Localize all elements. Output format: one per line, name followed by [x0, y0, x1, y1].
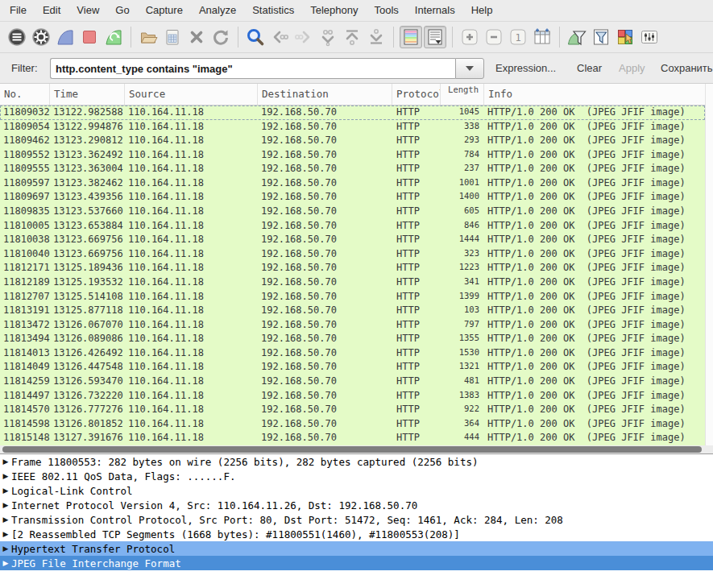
resize-columns-icon[interactable]: [531, 26, 553, 48]
open-file-icon[interactable]: [137, 26, 160, 48]
column-header-source[interactable]: Source: [125, 84, 258, 105]
column-header-protocol[interactable]: Protocol: [392, 84, 441, 105]
packet-row[interactable]: 1181319113125.877118110.164.11.18192.168…: [0, 304, 705, 318]
menu-edit[interactable]: Edit: [35, 0, 68, 21]
packet-row[interactable]: 1181425913126.593470110.164.11.18192.168…: [0, 375, 705, 389]
detail-row-ip[interactable]: ▶Internet Protocol Version 4, Src: 110.1…: [0, 498, 713, 512]
menu-analyze[interactable]: Analyze: [191, 0, 244, 21]
start-capture-icon[interactable]: [54, 26, 77, 48]
apply-button[interactable]: Apply: [619, 62, 645, 74]
packet-row[interactable]: 1181457013126.777276110.164.11.18192.168…: [0, 403, 705, 417]
column-header-info[interactable]: Info: [484, 84, 713, 105]
menu-internals[interactable]: Internals: [407, 0, 463, 21]
menu-capture[interactable]: Capture: [138, 0, 191, 21]
capture-filters-icon[interactable]: [566, 26, 588, 48]
filter-input[interactable]: [50, 58, 455, 79]
go-to-bottom-icon[interactable]: [365, 26, 388, 48]
stop-capture-icon[interactable]: [78, 26, 101, 48]
expander-icon[interactable]: ▶: [0, 545, 11, 553]
packet-row[interactable]: 1181514813127.391676110.164.11.18192.168…: [0, 431, 705, 445]
go-back-icon[interactable]: [268, 26, 291, 48]
display-filters-icon[interactable]: [590, 26, 612, 48]
menu-help[interactable]: Help: [463, 0, 501, 21]
expander-icon[interactable]: ▶: [0, 516, 11, 524]
find-packet-icon[interactable]: [244, 26, 267, 48]
expander-icon[interactable]: ▶: [0, 501, 11, 509]
menu-view[interactable]: View: [68, 0, 107, 21]
horizontal-scrollbar-thumb[interactable]: [2, 446, 702, 453]
go-to-packet-icon[interactable]: [317, 26, 339, 48]
menu-tools[interactable]: Tools: [366, 0, 406, 21]
cell-protocol: HTTP: [392, 275, 441, 290]
packet-row[interactable]: 1180983513123.537660110.164.11.18192.168…: [0, 205, 705, 219]
detail-row-tcp[interactable]: ▶Transmission Control Protocol, Src Port…: [0, 512, 713, 527]
close-file-icon[interactable]: [185, 26, 208, 48]
zoom-in-icon[interactable]: [458, 26, 481, 48]
detail-row-ieee-80211[interactable]: ▶IEEE 802.11 QoS Data, Flags: ......F.: [0, 469, 713, 483]
expander-icon[interactable]: ▶: [0, 559, 11, 567]
preferences-icon[interactable]: [638, 26, 661, 48]
coloring-rules-icon[interactable]: [614, 26, 636, 48]
save-file-icon[interactable]: [161, 26, 184, 48]
expander-icon[interactable]: ▶: [0, 472, 11, 480]
column-header-length[interactable]: Length: [441, 84, 484, 105]
menu-go[interactable]: Go: [107, 0, 137, 21]
packet-row[interactable]: 1180946213123.290812110.164.11.18192.168…: [0, 134, 705, 148]
packet-row[interactable]: 1181270713125.514108110.164.11.18192.168…: [0, 290, 705, 304]
packet-row[interactable]: 1181349413126.089086110.164.11.18192.168…: [0, 332, 705, 346]
packet-row[interactable]: 1181449713126.732220110.164.11.18192.168…: [0, 389, 705, 404]
reload-icon[interactable]: [209, 26, 232, 48]
packet-row[interactable]: 1181217113125.189436110.164.11.18192.168…: [0, 261, 705, 275]
detail-row-jpeg[interactable]: ▶JPEG File Interchange Format: [0, 556, 713, 570]
restart-capture-icon[interactable]: [102, 26, 125, 48]
packet-row[interactable]: 1181000513123.653884110.164.11.18192.168…: [0, 219, 705, 234]
expander-icon[interactable]: ▶: [0, 530, 11, 538]
menu-statistics[interactable]: Statistics: [244, 0, 302, 21]
detail-row-llc[interactable]: ▶Logical-Link Control: [0, 483, 713, 498]
expander-icon[interactable]: ▶: [0, 458, 11, 466]
filter-dropdown-button[interactable]: [455, 58, 484, 79]
go-forward-icon[interactable]: [292, 26, 315, 48]
detail-row-frame[interactable]: ▶Frame 11800553: 282 bytes on wire (2256…: [0, 454, 713, 469]
cell-source: 110.164.11.18: [125, 304, 258, 318]
detail-row-reassembled-segments[interactable]: ▶[2 Reassembled TCP Segments (1668 bytes…: [0, 527, 713, 541]
interfaces-icon[interactable]: [6, 26, 28, 48]
capture-options-icon[interactable]: [30, 26, 52, 48]
menu-telephony[interactable]: Telephony: [302, 0, 366, 21]
cell-info: HTTP/1.0 200 OK (JPEG JFIF image): [484, 205, 705, 219]
packet-row[interactable]: 1181218913125.193532110.164.11.18192.168…: [0, 275, 705, 290]
packet-row[interactable]: 1180955213123.362492110.164.11.18192.168…: [0, 148, 705, 163]
cell-protocol: HTTP: [392, 176, 441, 191]
auto-scroll-icon[interactable]: [424, 26, 446, 48]
packet-row[interactable]: 1181347213126.067070110.164.11.18192.168…: [0, 318, 705, 333]
cell-info: HTTP/1.0 200 OK (JPEG JFIF image): [484, 389, 705, 404]
packet-row[interactable]: 1180905413122.994876110.164.11.18192.168…: [0, 120, 705, 135]
colorize-icon[interactable]: [400, 26, 422, 48]
detail-row-http[interactable]: ▶Hypertext Transfer Protocol: [0, 541, 713, 556]
vertical-scrollbar[interactable]: [705, 84, 713, 445]
column-header-no[interactable]: No.: [0, 84, 50, 105]
column-header-destination[interactable]: Destination: [258, 84, 392, 105]
menu-file[interactable]: File: [2, 0, 35, 21]
clear-button[interactable]: Clear: [577, 62, 602, 74]
packet-row[interactable]: 1180969713123.439356110.164.11.18192.168…: [0, 190, 705, 205]
save-filter-button[interactable]: Сохранить: [661, 62, 713, 74]
cell-time: 13123.669756: [50, 233, 125, 247]
packet-row[interactable]: 1181004013123.669756110.164.11.18192.168…: [0, 247, 705, 262]
go-to-top-icon[interactable]: [341, 26, 363, 48]
cell-length: 797: [441, 318, 484, 333]
expander-icon[interactable]: ▶: [0, 487, 11, 495]
cell-no: 11810005: [0, 219, 50, 234]
expression-button[interactable]: Expression...: [495, 62, 556, 74]
cell-no: 11809462: [0, 134, 50, 148]
packet-row[interactable]: 1181003813123.669756110.164.11.18192.168…: [0, 233, 705, 247]
packet-row[interactable]: 1180959713123.382462110.164.11.18192.168…: [0, 176, 705, 191]
column-header-time[interactable]: Time: [50, 84, 125, 105]
packet-row[interactable]: 1180955513123.363004110.164.11.18192.168…: [0, 162, 705, 176]
zoom-out-icon[interactable]: [483, 26, 505, 48]
zoom-100-icon[interactable]: 1: [507, 26, 529, 48]
packet-row[interactable]: 1181404913126.447548110.164.11.18192.168…: [0, 360, 705, 375]
packet-row[interactable]: 1181459813126.801852110.164.11.18192.168…: [0, 417, 705, 432]
packet-row[interactable]: 1180903213122.982588110.164.11.18192.168…: [0, 106, 705, 120]
packet-row[interactable]: 1181401313126.426492110.164.11.18192.168…: [0, 346, 705, 361]
